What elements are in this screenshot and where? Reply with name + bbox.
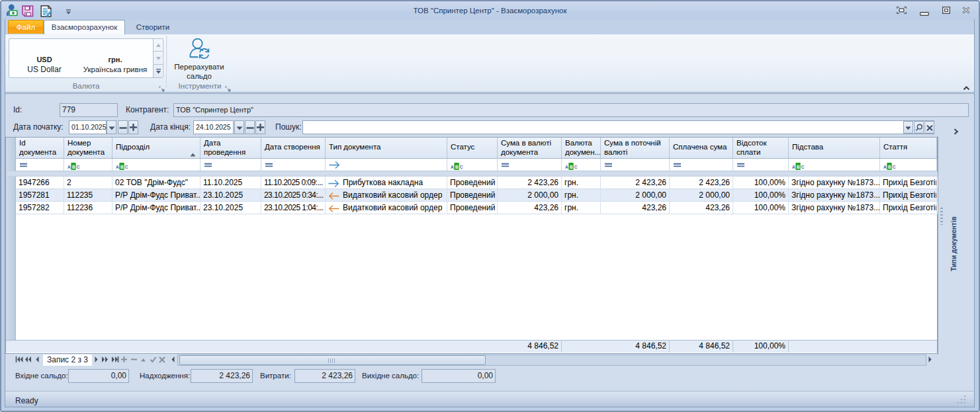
svg-text:A: A	[116, 165, 119, 169]
svg-text:A: A	[883, 165, 887, 169]
svg-text:C: C	[77, 165, 80, 169]
svg-text:C: C	[893, 165, 896, 169]
svg-text:A: A	[451, 165, 454, 169]
svg-text:B: B	[72, 165, 75, 169]
svg-text:A: A	[792, 165, 795, 169]
svg-text:C: C	[125, 165, 128, 169]
svg-text:A: A	[67, 165, 71, 169]
svg-text:B: B	[455, 165, 459, 169]
svg-text:A: A	[565, 165, 568, 169]
svg-text:B: B	[120, 165, 124, 169]
svg-text:B: B	[570, 165, 573, 169]
svg-text:C: C	[460, 165, 463, 169]
svg-text:C: C	[801, 165, 805, 169]
svg-text:B: B	[888, 165, 891, 169]
svg-text:C: C	[574, 165, 578, 169]
svg-text:B: B	[797, 165, 800, 169]
